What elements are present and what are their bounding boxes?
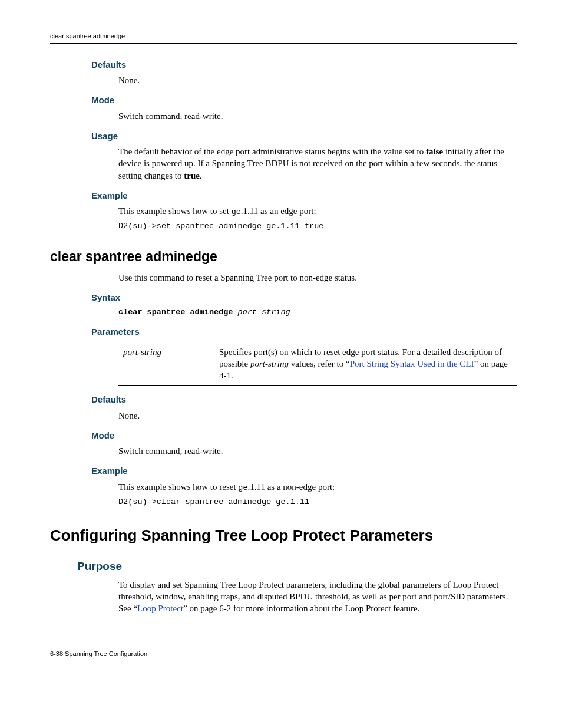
heading-defaults: Defaults: [91, 59, 517, 71]
heading-syntax: Syntax: [91, 292, 517, 304]
link-port-string-syntax[interactable]: Port String Syntax Used in the CLI: [350, 359, 474, 368]
syntax-cmd: clear spantree adminedge: [118, 308, 238, 317]
parameters-table: port-string Specifies port(s) on which t…: [118, 342, 517, 386]
link-loop-protect[interactable]: Loop Protect: [137, 604, 183, 613]
text-defaults-2: None.: [118, 410, 517, 421]
ex1-post: .1.11 as an edge port:: [241, 206, 316, 216]
text-command-intro: Use this command to reset a Spanning Tre…: [118, 272, 517, 284]
heading-command: clear spantree adminedge: [50, 248, 517, 266]
text-mode-2: Switch command, read-write.: [118, 445, 517, 457]
text-example-intro: This example shows how to set ge.1.11 as…: [118, 205, 517, 218]
code-example-2: D2(su)->clear spantree adminedge ge.1.11: [118, 497, 517, 508]
page-footer: 6-38 Spanning Tree Configuration: [50, 650, 517, 658]
heading-usage: Usage: [91, 130, 517, 142]
running-header: clear spantree adminedge: [50, 32, 517, 44]
heading-mode: Mode: [91, 94, 517, 106]
text-purpose: To display and set Spanning Tree Loop Pr…: [118, 579, 517, 615]
ex2-pre: This example shows how to reset: [118, 482, 238, 492]
param-name: port-string: [118, 342, 217, 386]
usage-post: .: [200, 171, 202, 180]
heading-example: Example: [91, 190, 517, 202]
heading-section: Configuring Spanning Tree Loop Protect P…: [50, 525, 517, 546]
ex2-ge: ge: [238, 483, 247, 492]
text-defaults: None.: [118, 74, 517, 86]
text-example-intro-2: This example shows how to reset ge.1.11 …: [118, 481, 517, 493]
table-row: port-string Specifies port(s) on which t…: [118, 342, 517, 386]
heading-mode-2: Mode: [91, 430, 517, 442]
text-mode: Switch command, read-write.: [118, 110, 517, 122]
param-desc-em: port-string: [250, 359, 289, 368]
code-syntax: clear spantree adminedge port-string: [118, 307, 517, 318]
running-header-text: clear spantree adminedge: [50, 32, 125, 41]
heading-purpose: Purpose: [77, 559, 517, 574]
code-example-1: D2(su)->set spantree adminedge ge.1.11 t…: [118, 221, 517, 232]
heading-parameters: Parameters: [91, 326, 517, 338]
text-usage: The default behavior of the edge port ad…: [118, 146, 517, 182]
heading-defaults-2: Defaults: [91, 394, 517, 406]
syntax-arg: port-string: [238, 308, 290, 317]
purpose-post: ” on page 6-2 for more information about…: [183, 604, 420, 613]
ex1-pre: This example shows how to set: [118, 206, 232, 216]
ex1-ge: ge: [232, 207, 241, 216]
param-desc-mid: values, refer to “: [289, 359, 350, 368]
param-description: Specifies port(s) on which to reset edge…: [217, 342, 517, 386]
usage-true: true: [184, 171, 200, 180]
usage-false: false: [426, 147, 443, 156]
heading-example-2: Example: [91, 465, 517, 477]
ex2-post: .1.11 as a non-edge port:: [248, 482, 335, 492]
usage-pre: The default behavior of the edge port ad…: [118, 147, 426, 156]
